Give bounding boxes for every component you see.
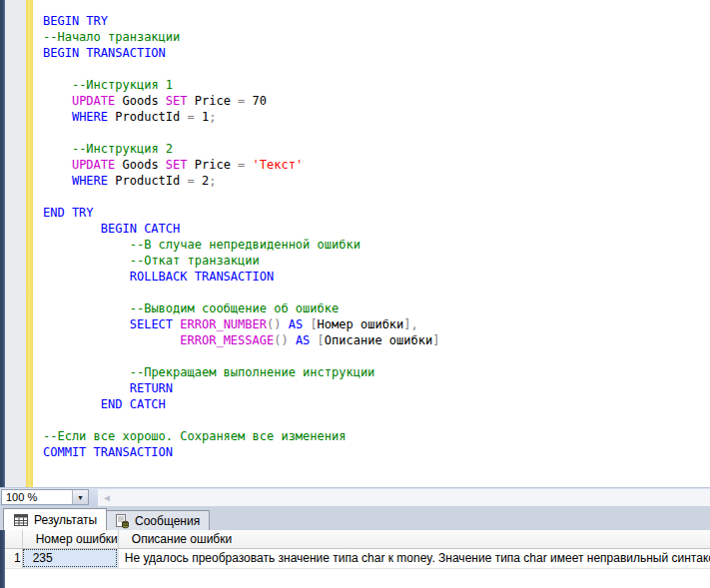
tab-messages[interactable]: Сообщения <box>104 510 210 530</box>
scroll-left-icon[interactable]: ◄ <box>102 491 112 504</box>
sql-code-text[interactable]: BEGIN TRY--Начало транзакцииBEGIN TRANSA… <box>43 13 439 460</box>
zoom-level-select[interactable]: 100 % ▼ <box>1 489 89 505</box>
results-tabbar: Результаты Сообщения <box>0 506 710 530</box>
tab-messages-label: Сообщения <box>135 514 200 528</box>
chevron-down-icon[interactable]: ▼ <box>72 490 88 504</box>
results-grid-icon <box>13 512 29 528</box>
row-header[interactable]: 1 <box>5 548 22 568</box>
grid-header-row: Номер ошибки Описание ошибки <box>5 530 710 548</box>
tab-results-label: Результаты <box>34 513 97 527</box>
column-header-error-message[interactable]: Описание ошибки <box>118 530 710 548</box>
cell-error-message[interactable]: Не удалось преобразовать значение типа c… <box>118 548 710 568</box>
ssms-query-window: BEGIN TRY--Начало транзакцииBEGIN TRANSA… <box>0 0 710 588</box>
sql-editor[interactable]: BEGIN TRY--Начало транзакцииBEGIN TRANSA… <box>5 0 710 487</box>
column-header-error-number[interactable]: Номер ошибки <box>22 530 118 548</box>
results-grid: Номер ошибки Описание ошибки 1 235 Не уд… <box>5 530 710 588</box>
change-tracking-bar <box>26 0 33 487</box>
cell-error-number[interactable]: 235 <box>22 548 118 568</box>
horizontal-scrollbar[interactable]: ◄ <box>98 489 710 506</box>
messages-icon <box>114 513 130 529</box>
editor-status-strip: 100 % ▼ ◄ <box>0 487 710 506</box>
editor-gutter <box>5 0 26 487</box>
grid-corner-cell[interactable] <box>5 530 22 548</box>
zoom-level-value: 100 % <box>2 491 72 503</box>
table-row: 1 235 Не удалось преобразовать значение … <box>5 548 710 568</box>
tab-results[interactable]: Результаты <box>3 508 107 530</box>
